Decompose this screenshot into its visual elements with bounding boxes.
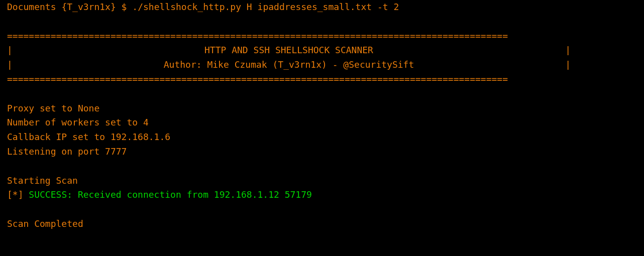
- scan-starting-line: Starting Scan: [7, 174, 637, 188]
- banner-right-pipe: |: [565, 43, 571, 58]
- banner-right-pipe: |: [565, 58, 571, 72]
- blank-line: [7, 202, 637, 217]
- prompt-command: ./shellshock_http.py H ipaddresses_small…: [132, 2, 399, 12]
- workers-config-line: Number of workers set to 4: [7, 115, 637, 130]
- scan-completed-line: Scan Completed: [7, 217, 637, 231]
- blank-line: [7, 159, 637, 174]
- banner-left-pipe: |: [7, 43, 13, 58]
- success-message: SUCCESS: Received connection from 192.16…: [29, 189, 312, 200]
- listening-config-line: Listening on port 7777: [7, 145, 637, 159]
- terminal-window[interactable]: Documents {T_v3rn1x} $ ./shellshock_http…: [0, 0, 644, 231]
- success-marker: [*]: [7, 189, 29, 200]
- blank-line: [7, 87, 637, 101]
- banner-author-row: | Author: Mike Czumak (T_v3rn1x) - @Secu…: [7, 58, 571, 72]
- callback-config-line: Callback IP set to 192.168.1.6: [7, 130, 637, 145]
- prompt-symbol: $: [122, 2, 127, 12]
- command-prompt-line: Documents {T_v3rn1x} $ ./shellshock_http…: [7, 0, 637, 15]
- banner-title: HTTP AND SSH SHELLSHOCK SCANNER: [13, 43, 565, 58]
- banner-bottom-border: ========================================…: [7, 72, 637, 87]
- banner-author: Author: Mike Czumak (T_v3rn1x) - @Securi…: [13, 58, 565, 72]
- scan-success-line: [*] SUCCESS: Received connection from 19…: [7, 188, 637, 202]
- prompt-user: {T_v3rn1x}: [61, 2, 116, 12]
- banner-title-row: | HTTP AND SSH SHELLSHOCK SCANNER |: [7, 43, 571, 58]
- prompt-path: Documents: [7, 2, 56, 12]
- banner-left-pipe: |: [7, 58, 13, 72]
- blank-line: [7, 15, 637, 29]
- proxy-config-line: Proxy set to None: [7, 101, 637, 116]
- banner-top-border: ========================================…: [7, 29, 637, 44]
